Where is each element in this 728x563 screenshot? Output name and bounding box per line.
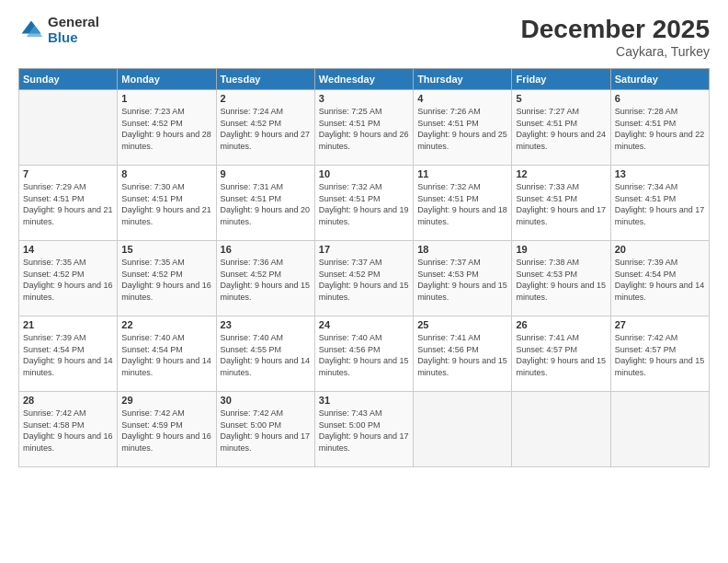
table-row: 5Sunrise: 7:27 AMSunset: 4:51 PMDaylight… [512, 90, 610, 166]
day-number: 26 [516, 319, 606, 330]
day-number: 7 [23, 168, 113, 179]
day-info: Sunrise: 7:36 AMSunset: 4:52 PMDaylight:… [221, 257, 311, 303]
day-info: Sunrise: 7:33 AMSunset: 4:51 PMDaylight:… [516, 181, 606, 227]
table-row: 26Sunrise: 7:41 AMSunset: 4:57 PMDayligh… [512, 316, 610, 392]
day-info: Sunrise: 7:40 AMSunset: 4:54 PMDaylight:… [121, 332, 211, 378]
day-info: Sunrise: 7:27 AMSunset: 4:51 PMDaylight:… [516, 106, 606, 152]
day-number: 29 [121, 395, 211, 406]
day-info: Sunrise: 7:34 AMSunset: 4:51 PMDaylight:… [615, 181, 705, 227]
table-row: 31Sunrise: 7:43 AMSunset: 5:00 PMDayligh… [314, 392, 413, 467]
day-info: Sunrise: 7:42 AMSunset: 4:57 PMDaylight:… [615, 332, 705, 378]
day-info: Sunrise: 7:28 AMSunset: 4:51 PMDaylight:… [615, 106, 705, 152]
day-info: Sunrise: 7:35 AMSunset: 4:52 PMDaylight:… [121, 257, 211, 303]
day-number: 17 [319, 244, 409, 255]
day-info: Sunrise: 7:26 AMSunset: 4:51 PMDaylight:… [417, 106, 507, 152]
day-info: Sunrise: 7:25 AMSunset: 4:51 PMDaylight:… [319, 106, 409, 152]
day-number: 9 [221, 168, 311, 179]
day-number: 16 [221, 244, 311, 255]
table-row [512, 392, 610, 467]
day-info: Sunrise: 7:39 AMSunset: 4:54 PMDaylight:… [615, 257, 705, 303]
day-info: Sunrise: 7:32 AMSunset: 4:51 PMDaylight:… [417, 181, 507, 227]
header: General Blue December 2025 Caykara, Turk… [18, 15, 710, 59]
day-info: Sunrise: 7:29 AMSunset: 4:51 PMDaylight:… [23, 181, 113, 227]
day-number: 5 [516, 93, 606, 104]
day-info: Sunrise: 7:40 AMSunset: 4:56 PMDaylight:… [319, 332, 409, 378]
table-row: 7Sunrise: 7:29 AMSunset: 4:51 PMDaylight… [19, 166, 118, 241]
table-row: 6Sunrise: 7:28 AMSunset: 4:51 PMDaylight… [610, 90, 709, 166]
table-row: 16Sunrise: 7:36 AMSunset: 4:52 PMDayligh… [216, 241, 314, 316]
table-row: 10Sunrise: 7:32 AMSunset: 4:51 PMDayligh… [314, 166, 413, 241]
day-number: 3 [319, 93, 409, 104]
day-info: Sunrise: 7:42 AMSunset: 5:00 PMDaylight:… [221, 408, 311, 454]
table-row [610, 392, 709, 467]
day-number: 28 [23, 395, 113, 406]
location: Caykara, Turkey [521, 44, 710, 59]
day-number: 10 [319, 168, 409, 179]
day-info: Sunrise: 7:39 AMSunset: 4:54 PMDaylight:… [23, 332, 113, 378]
day-number: 4 [417, 93, 507, 104]
day-number: 20 [615, 244, 705, 255]
header-sunday: Sunday [19, 69, 118, 90]
day-info: Sunrise: 7:24 AMSunset: 4:52 PMDaylight:… [221, 106, 311, 152]
day-info: Sunrise: 7:23 AMSunset: 4:52 PMDaylight:… [121, 106, 211, 152]
day-number: 2 [221, 93, 311, 104]
calendar-week-row: 1Sunrise: 7:23 AMSunset: 4:52 PMDaylight… [19, 90, 710, 166]
table-row: 3Sunrise: 7:25 AMSunset: 4:51 PMDaylight… [314, 90, 413, 166]
logo-general-text: General [48, 15, 99, 30]
header-monday: Monday [118, 69, 216, 90]
table-row: 4Sunrise: 7:26 AMSunset: 4:51 PMDaylight… [414, 90, 512, 166]
day-info: Sunrise: 7:40 AMSunset: 4:55 PMDaylight:… [221, 332, 311, 378]
table-row: 18Sunrise: 7:37 AMSunset: 4:53 PMDayligh… [414, 241, 512, 316]
calendar-week-row: 14Sunrise: 7:35 AMSunset: 4:52 PMDayligh… [19, 241, 710, 316]
calendar-table: Sunday Monday Tuesday Wednesday Thursday… [18, 68, 710, 467]
table-row [19, 90, 118, 166]
day-number: 6 [615, 93, 705, 104]
day-number: 30 [221, 395, 311, 406]
day-number: 19 [516, 244, 606, 255]
day-number: 14 [23, 244, 113, 255]
day-number: 12 [516, 168, 606, 179]
day-info: Sunrise: 7:30 AMSunset: 4:51 PMDaylight:… [121, 181, 211, 227]
table-row: 24Sunrise: 7:40 AMSunset: 4:56 PMDayligh… [314, 316, 413, 392]
day-info: Sunrise: 7:41 AMSunset: 4:57 PMDaylight:… [516, 332, 606, 378]
day-number: 23 [221, 319, 311, 330]
day-number: 18 [417, 244, 507, 255]
day-info: Sunrise: 7:43 AMSunset: 5:00 PMDaylight:… [319, 408, 409, 454]
calendar-header-row: Sunday Monday Tuesday Wednesday Thursday… [19, 69, 710, 90]
table-row: 27Sunrise: 7:42 AMSunset: 4:57 PMDayligh… [610, 316, 709, 392]
table-row: 20Sunrise: 7:39 AMSunset: 4:54 PMDayligh… [610, 241, 709, 316]
table-row: 22Sunrise: 7:40 AMSunset: 4:54 PMDayligh… [118, 316, 216, 392]
table-row: 12Sunrise: 7:33 AMSunset: 4:51 PMDayligh… [512, 166, 610, 241]
calendar-week-row: 7Sunrise: 7:29 AMSunset: 4:51 PMDaylight… [19, 166, 710, 241]
day-number: 25 [417, 319, 507, 330]
calendar-week-row: 28Sunrise: 7:42 AMSunset: 4:58 PMDayligh… [19, 392, 710, 467]
day-number: 27 [615, 319, 705, 330]
header-wednesday: Wednesday [314, 69, 413, 90]
table-row: 23Sunrise: 7:40 AMSunset: 4:55 PMDayligh… [216, 316, 314, 392]
header-tuesday: Tuesday [216, 69, 314, 90]
table-row: 29Sunrise: 7:42 AMSunset: 4:59 PMDayligh… [118, 392, 216, 467]
table-row: 25Sunrise: 7:41 AMSunset: 4:56 PMDayligh… [414, 316, 512, 392]
day-info: Sunrise: 7:31 AMSunset: 4:51 PMDaylight:… [221, 181, 311, 227]
day-number: 21 [23, 319, 113, 330]
calendar-week-row: 21Sunrise: 7:39 AMSunset: 4:54 PMDayligh… [19, 316, 710, 392]
day-info: Sunrise: 7:38 AMSunset: 4:53 PMDaylight:… [516, 257, 606, 303]
table-row: 14Sunrise: 7:35 AMSunset: 4:52 PMDayligh… [19, 241, 118, 316]
header-saturday: Saturday [610, 69, 709, 90]
table-row: 11Sunrise: 7:32 AMSunset: 4:51 PMDayligh… [414, 166, 512, 241]
day-info: Sunrise: 7:37 AMSunset: 4:52 PMDaylight:… [319, 257, 409, 303]
table-row: 17Sunrise: 7:37 AMSunset: 4:52 PMDayligh… [314, 241, 413, 316]
day-number: 1 [121, 93, 211, 104]
calendar-page: General Blue December 2025 Caykara, Turk… [0, 0, 728, 563]
table-row: 30Sunrise: 7:42 AMSunset: 5:00 PMDayligh… [216, 392, 314, 467]
day-info: Sunrise: 7:37 AMSunset: 4:53 PMDaylight:… [417, 257, 507, 303]
day-number: 22 [121, 319, 211, 330]
table-row: 1Sunrise: 7:23 AMSunset: 4:52 PMDaylight… [118, 90, 216, 166]
day-number: 8 [121, 168, 211, 179]
table-row: 8Sunrise: 7:30 AMSunset: 4:51 PMDaylight… [118, 166, 216, 241]
day-info: Sunrise: 7:35 AMSunset: 4:52 PMDaylight:… [23, 257, 113, 303]
day-info: Sunrise: 7:41 AMSunset: 4:56 PMDaylight:… [417, 332, 507, 378]
table-row: 9Sunrise: 7:31 AMSunset: 4:51 PMDaylight… [216, 166, 314, 241]
table-row: 28Sunrise: 7:42 AMSunset: 4:58 PMDayligh… [19, 392, 118, 467]
day-number: 13 [615, 168, 705, 179]
